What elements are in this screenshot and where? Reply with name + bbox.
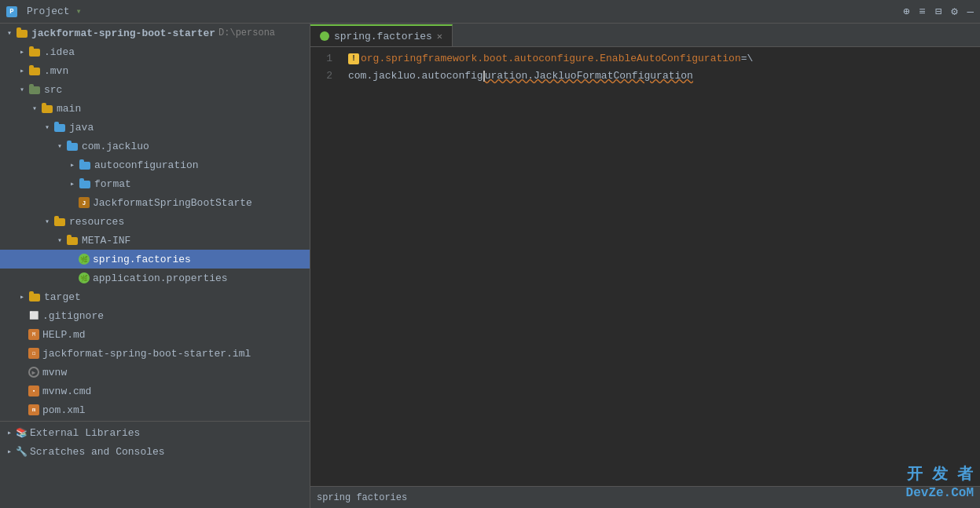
folder-icon-src [28,83,41,96]
title-bar-left: P Project ▾ [6,5,82,17]
code-equals-1: =\ [741,50,754,68]
arrow-java [41,121,53,133]
tree-item-idea[interactable]: .idea [0,42,310,61]
label-iml: jackformat-spring-boot-starter.iml [42,348,251,360]
properties-file-icon: 🌿 [79,272,90,283]
label-mvn: .mvn [44,65,68,77]
iml-file-icon: ◻ [28,348,39,359]
code-line-2: com.jackluo.autoconfiguration.JackluoFor… [348,68,980,85]
tab-label-springfactories: spring.factories [334,31,432,42]
arrow-extlib [3,426,16,439]
code-editor[interactable]: 1 2 ! org.springframework.boot.autoconfi… [310,47,980,486]
tree-item-jackformatstarter[interactable]: J JackformatSpringBootStarte [0,193,310,212]
add-icon[interactable]: ⊕ [903,5,909,18]
tree-item-mvnw[interactable]: ▶ mvnw [0,363,310,382]
label-helpmd: HELP.md [42,329,86,341]
label-src: src [44,84,62,96]
tree-item-format[interactable]: format [0,174,310,193]
arrow-target [16,291,28,303]
tree-item-extlib[interactable]: 📚 External Libraries [0,423,310,442]
java-file-icon: J [79,197,90,208]
folder-icon-main [41,102,53,115]
label-scratches: Scratches and Consoles [30,446,165,458]
collapse-icon[interactable]: ⊟ [935,5,941,18]
label-autoconfiguration: autoconfiguration [94,159,199,171]
label-springfactories: spring.factories [93,254,191,265]
settings-icon[interactable]: ⚙ [951,5,957,18]
code-package-2: com.jackluo.autoconfig [348,68,483,85]
label-comjackluo: com.jackluo [82,141,149,152]
editor-area: spring.factories ✕ 1 2 ! org.springframe… [310,24,980,508]
arrow-mvn [16,64,28,77]
line-number-1: 1 [310,50,332,68]
label-extlib: External Libraries [30,427,140,439]
pom-file-icon: m [28,404,39,415]
tree-item-gitignore[interactable]: ⬜ .gitignore [0,306,310,325]
label-metainf: META-INF [82,235,130,247]
tree-item-autoconfiguration[interactable]: autoconfiguration [0,155,310,174]
arrow-metainf [53,234,66,247]
folder-icon-mvn [28,64,41,77]
tab-springfactories[interactable]: spring.factories ✕ [310,24,453,46]
folder-icon-root [16,27,28,39]
md-file-icon: M [28,329,39,340]
folder-icon-autoconfiguration [79,159,91,171]
tree-item-mvn[interactable]: .mvn [0,61,310,80]
folder-icon-target [28,291,41,303]
arrow-src [16,83,28,96]
bottom-spring-factories: spring factories [317,492,407,503]
label-format: format [94,178,131,190]
tree-item-target[interactable]: target [0,287,310,306]
folder-icon-comjackluo [66,140,79,152]
tree-item-mvnwcmd[interactable]: ▪ mvnw.cmd [0,382,310,400]
tree-item-main[interactable]: main [0,99,310,118]
label-idea: .idea [44,46,75,58]
tree-item-iml[interactable]: ◻ jackformat-spring-boot-starter.iml [0,344,310,363]
scratches-icon: 🔧 [16,446,27,457]
sidebar[interactable]: jackformat-spring-boot-starter D:\person… [0,24,310,508]
arrow-autoconfiguration [66,159,79,171]
label-java: java [69,122,94,133]
tree-item-metainf[interactable]: META-INF [0,231,310,250]
project-icon: P [6,6,17,17]
folder-icon-idea [28,46,41,58]
tab-spring-icon [320,31,329,41]
line-numbers: 1 2 [310,50,342,483]
project-arrow[interactable]: ▾ [76,5,82,17]
bottom-label: spring factories [317,492,407,503]
tab-bar: spring.factories ✕ [310,24,980,47]
label-pomxml: pom.xml [42,404,86,416]
label-root: jackformat-spring-boot-starter [31,27,215,39]
tab-close-springfactories[interactable]: ✕ [437,31,442,42]
list-icon[interactable]: ≡ [919,5,925,18]
tree-item-scratches[interactable]: 🔧 Scratches and Consoles [0,442,310,461]
label-jackformatstarter: JackformatSpringBootStarte [93,197,252,209]
tree-item-helpmd[interactable]: M HELP.md [0,325,310,344]
label-mvnw: mvnw [42,367,67,378]
tree-item-java[interactable]: java [0,118,310,137]
label-gitignore: .gitignore [42,310,104,322]
arrow-idea [16,46,28,58]
extlib-icon: 📚 [16,427,27,438]
folder-icon-format [79,177,91,190]
spring-file-icon: 🌿 [79,254,90,265]
project-title: Project [27,5,70,17]
label-resources: resources [69,216,124,228]
arrow-format [66,177,79,190]
arrow-scratches [3,445,16,458]
tree-item-src[interactable]: src [0,80,310,99]
tree-item-springfactories[interactable]: 🌿 spring.factories [0,250,310,269]
arrow-main [28,102,41,115]
minimize-icon[interactable]: — [967,5,974,18]
tree-item-comjackluo[interactable]: com.jackluo [0,137,310,155]
line-number-2: 2 [310,68,332,85]
title-bar: P Project ▾ ⊕ ≡ ⊟ ⚙ — [0,0,980,24]
tree-item-root[interactable]: jackformat-spring-boot-starter D:\person… [0,24,310,42]
tree-item-resources[interactable]: resources [0,212,310,231]
tree-item-pomxml[interactable]: m pom.xml [0,400,310,419]
code-content: ! org.springframework.boot.autoconfigure… [342,50,980,483]
arrow-resources [41,215,53,228]
mvnw-file-icon: ▶ [28,367,39,378]
code-line-1: ! org.springframework.boot.autoconfigure… [348,50,980,68]
tree-item-applicationprops[interactable]: 🌿 application.properties [0,269,310,287]
